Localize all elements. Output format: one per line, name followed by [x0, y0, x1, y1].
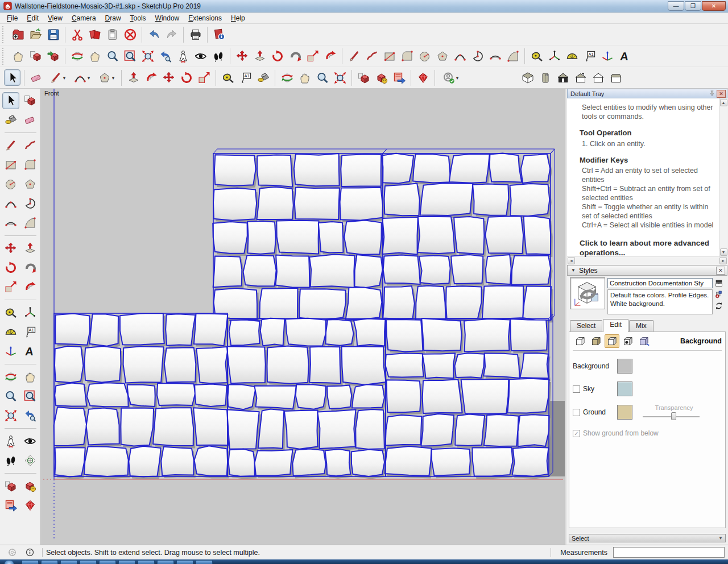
axes-button[interactable] [599, 48, 615, 64]
dimension-button[interactable] [22, 304, 39, 321]
tab-select[interactable]: Select [570, 320, 602, 331]
tape-measure-button[interactable] [2, 304, 19, 321]
pin-icon[interactable] [708, 90, 717, 98]
scroll-up-icon[interactable]: ▲ [720, 99, 727, 106]
view-left-button[interactable] [607, 69, 624, 86]
freehand-button[interactable] [363, 48, 380, 64]
taskbar-app-tile[interactable] [99, 560, 116, 564]
scale-button[interactable] [196, 69, 212, 86]
geolocation-icon[interactable] [7, 548, 17, 557]
create-new-style-button[interactable] [714, 289, 725, 300]
stone-panel[interactable] [227, 318, 388, 479]
instructor-scrollbar[interactable]: ▲ ▼ [719, 98, 727, 256]
arc-filled-button[interactable] [504, 48, 521, 64]
eraser-button[interactable] [22, 111, 39, 128]
zoom-previous-button[interactable] [157, 48, 173, 64]
select-button[interactable] [4, 69, 20, 86]
style-name-input[interactable] [607, 278, 713, 288]
erase-button[interactable] [122, 26, 138, 43]
model-info-button[interactable] [211, 26, 228, 43]
display-secondary-pane-button[interactable] [714, 278, 725, 288]
shapes-button[interactable]: ▾ [94, 69, 118, 86]
pie-button[interactable] [22, 195, 39, 212]
pan-button[interactable] [86, 48, 103, 64]
select-button[interactable] [2, 92, 19, 109]
minimize-button[interactable]: — [668, 1, 684, 11]
rotate-button[interactable] [269, 48, 286, 64]
polygon-button[interactable] [22, 176, 39, 193]
paint-bucket-button[interactable] [255, 69, 271, 86]
toolbar-grip[interactable] [2, 48, 7, 65]
walk-button[interactable] [2, 452, 19, 469]
zoom-button[interactable] [2, 388, 19, 405]
styles-panel-header[interactable]: ▼ Styles ✕ [567, 265, 727, 276]
pan-button[interactable] [22, 368, 39, 385]
zoom-extents-button[interactable] [2, 407, 19, 424]
pan-button[interactable] [296, 69, 313, 86]
dropdown-arrow-icon[interactable]: ▾ [112, 75, 115, 81]
collapse-arrow-icon[interactable]: ▼ [571, 268, 576, 273]
menu-draw[interactable]: Draw [101, 13, 126, 23]
protractor-button[interactable] [2, 324, 19, 341]
position-camera-button[interactable] [175, 48, 191, 64]
taskbar-app-tile[interactable] [41, 560, 58, 564]
offset-button[interactable] [322, 48, 338, 64]
print-button[interactable] [187, 26, 204, 43]
viewport[interactable]: Front [41, 89, 565, 545]
scale-button[interactable] [304, 48, 321, 64]
extension-warehouse-button[interactable] [373, 69, 390, 86]
polygon-button[interactable] [434, 48, 450, 64]
start-orb-icon[interactable] [5, 561, 14, 564]
rotated-rectangle-button[interactable] [399, 48, 415, 64]
share-model-button[interactable] [2, 497, 19, 514]
account-button[interactable]: ▾ [439, 69, 462, 86]
arc-3-point-button[interactable] [2, 214, 19, 231]
orbit-button[interactable] [69, 48, 85, 64]
extension-manager-button[interactable] [22, 497, 39, 514]
new-button[interactable] [10, 26, 26, 43]
modeling-settings-button[interactable] [636, 334, 651, 348]
menu-camera[interactable]: Camera [67, 13, 101, 23]
zoom-button[interactable] [104, 48, 121, 64]
extension-manager-button[interactable] [415, 69, 431, 86]
arc-button[interactable]: ▾ [70, 69, 93, 86]
text-button[interactable] [22, 324, 39, 341]
sky-checkbox[interactable] [573, 385, 580, 393]
offset-button[interactable] [143, 69, 159, 86]
tab-edit[interactable]: Edit [603, 319, 628, 332]
ground-checkbox[interactable] [573, 409, 580, 416]
style-description[interactable]: Default face colors. Profile Edges. Whit… [607, 289, 713, 314]
rotated-rectangle-button[interactable] [22, 156, 39, 173]
taskbar-app-tile[interactable] [118, 560, 135, 564]
restore-button[interactable]: ❐ [685, 1, 701, 11]
dropdown-arrow-icon[interactable]: ▾ [63, 75, 66, 81]
menu-help[interactable]: Help [226, 13, 250, 23]
scroll-down-icon[interactable]: ▼ [720, 248, 727, 256]
section-plane-button[interactable] [22, 452, 39, 469]
view-iso-button[interactable] [519, 69, 536, 86]
text-button[interactable] [237, 69, 254, 86]
tray-close-button[interactable]: ✕ [717, 90, 726, 98]
rotate-button[interactable] [178, 69, 195, 86]
sky-color-swatch[interactable] [617, 381, 632, 396]
line-button[interactable]: ▾ [46, 69, 69, 86]
position-camera-button[interactable] [2, 433, 19, 450]
scroll-left-icon[interactable]: ◄ [568, 257, 575, 264]
open-button[interactable] [27, 26, 44, 43]
arc-button[interactable] [452, 48, 468, 64]
select-hand-button[interactable] [10, 48, 26, 64]
look-around-button[interactable] [22, 433, 39, 450]
freehand-button[interactable] [22, 137, 39, 154]
stone-panel[interactable] [382, 149, 555, 323]
dropdown-arrow-icon[interactable]: ▾ [88, 75, 90, 81]
share-model-button[interactable] [391, 69, 407, 86]
stone-panel[interactable] [385, 314, 553, 479]
protractor-button[interactable] [564, 48, 580, 64]
copy-button[interactable] [86, 26, 103, 43]
menu-window[interactable]: Window [151, 13, 184, 23]
show-ground-checkbox[interactable]: ✓ [573, 430, 580, 437]
info-icon[interactable] [25, 548, 35, 557]
stone-panel[interactable] [213, 149, 387, 323]
circle-button[interactable] [416, 48, 433, 64]
taskbar-app-tile[interactable] [176, 560, 193, 564]
